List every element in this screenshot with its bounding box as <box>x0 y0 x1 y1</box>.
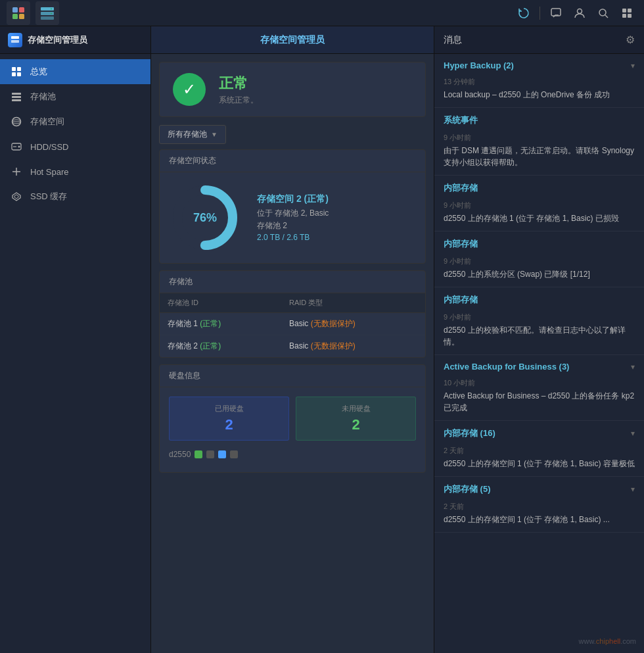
donut-percent-label: 76% <box>193 211 217 225</box>
svg-point-30 <box>18 146 20 148</box>
used-disk-label: 已用硬盘 <box>176 404 282 414</box>
group-arrow-6: ▾ <box>631 429 635 438</box>
storage-space-body: 76% 存储空间 2 (正常) 位于 存储池 2, Basic 存储池 2 2.… <box>160 172 425 263</box>
message-group-header-2[interactable]: 内部存储 <box>434 176 644 198</box>
pool-name-2: 存储池 2 <box>168 341 200 351</box>
sidebar-item-ssd-label: SSD 缓存 <box>30 191 67 203</box>
svg-rect-14 <box>628 9 632 12</box>
message-time-5: 10 小时前 <box>444 378 635 388</box>
svg-marker-34 <box>12 193 20 201</box>
group-arrow-7: ▾ <box>631 485 635 494</box>
table-row[interactable]: 存储池 2 (正常) Basic (无数据保护) <box>160 335 425 358</box>
group-arrow-5: ▾ <box>631 362 635 372</box>
size-used: 2.0 TB <box>257 233 280 242</box>
message-content-4: d2550 上的校验和不匹配。请检查日志中心以了解详情。 <box>444 324 635 348</box>
table-row[interactable]: 存储池 1 (正常) Basic (无数据保护) <box>160 313 425 335</box>
message-item-1: 9 小时前 由于 DSM 遭遇问题，无法正常启动。请联络 Synology 支持… <box>434 130 644 175</box>
hot-spare-icon <box>11 166 22 178</box>
status-section: ✓ 正常 系统正常。 <box>159 62 426 117</box>
storage-space-location: 位于 存储池 2, Basic <box>257 208 329 219</box>
group-arrow-0: ▾ <box>631 61 635 70</box>
svg-rect-24 <box>12 96 21 98</box>
disk-info-body: 已用硬盘 2 未用硬盘 2 d2550 <box>160 387 425 472</box>
group-title-0: Hyper Backup (2) <box>444 60 514 70</box>
message-item-7: 2 天前 d2550 上的存储空间 1 (位于 存储池 1, Basic) ..… <box>434 499 644 532</box>
messages-title: 消息 <box>444 34 462 46</box>
used-disk-count: 2 <box>176 416 282 433</box>
message-group-hyper-backup: Hyper Backup (2) ▾ 13 分钟前 Local backup –… <box>434 54 644 108</box>
sync-icon[interactable] <box>513 3 534 24</box>
storage-manager-taskbar-icon[interactable] <box>35 1 59 25</box>
storage-space-header: 存储空间状态 <box>160 150 425 172</box>
content-area: 存储空间管理员 ✓ 正常 系统正常。 所有存储池 ▼ 存储空间状态 <box>151 26 434 653</box>
message-group-internal-1: 内部存储 9 小时前 d2550 上的存储池 1 (位于 存储池 1, Basi… <box>434 176 644 231</box>
grid-app-icon[interactable] <box>7 1 30 25</box>
pool-table: 存储池 ID RAID 类型 存储池 1 (正常) Basic (无数据保护) <box>160 293 425 357</box>
sidebar-item-storage-space[interactable]: 存储空间 <box>0 109 150 134</box>
pool-id-2: 存储池 2 (正常) <box>160 335 281 358</box>
svg-point-7 <box>51 8 52 9</box>
app-logo-icon <box>8 33 22 47</box>
message-item-6: 2 天前 d2550 上的存储空间 1 (位于 存储池 1, Basic) 容量… <box>434 443 644 476</box>
sidebar-item-hdd-ssd[interactable]: HDD/SSD <box>0 134 150 159</box>
message-content-2: d2550 上的存储池 1 (位于 存储池 1, Basic) 已损毁 <box>444 212 635 224</box>
message-item-0: 13 分钟前 Local backup – d2550 上的 OneDrive … <box>434 74 644 107</box>
svg-rect-20 <box>17 67 21 71</box>
message-item-4: 9 小时前 d2550 上的校验和不匹配。请检查日志中心以了解详情。 <box>434 310 644 354</box>
apps-menu-icon[interactable] <box>616 3 637 24</box>
message-group-header-4[interactable]: 内部存储 <box>434 287 644 310</box>
message-item-2: 9 小时前 d2550 上的存储池 1 (位于 存储池 1, Basic) 已损… <box>434 198 644 231</box>
disk-device-row: d2550 <box>169 446 416 463</box>
svg-point-10 <box>578 9 582 13</box>
sidebar-item-storage-pool[interactable]: 存储池 <box>0 84 150 109</box>
pool-selector-button[interactable]: 所有存储池 ▼ <box>159 125 226 144</box>
taskbar-right-section <box>513 3 637 24</box>
svg-rect-3 <box>19 14 24 19</box>
disk-dot-4 <box>230 450 238 458</box>
status-subtitle: 系统正常。 <box>219 95 258 106</box>
message-group-header-3[interactable]: 内部存储 <box>434 231 644 254</box>
storage-size: 2.0 TB / 2.6 TB <box>257 233 329 242</box>
message-item-3: 9 小时前 d2550 上的系统分区 (Swap) 已降级 [1/12] <box>434 254 644 287</box>
user-icon[interactable] <box>569 3 590 24</box>
message-group-internal-5: 内部存储 (5) ▾ 2 天前 d2550 上的存储空间 1 (位于 存储池 1… <box>434 477 644 533</box>
group-title-4: 内部存储 <box>444 294 478 306</box>
message-content-0: Local backup – d2550 上的 OneDrive 备份 成功 <box>444 89 635 101</box>
message-group-header-7[interactable]: 内部存储 (5) ▾ <box>434 477 644 499</box>
unused-disk-card: 未用硬盘 2 <box>296 397 416 441</box>
sidebar-item-space-label: 存储空间 <box>30 116 64 128</box>
message-group-system: 系统事件 9 小时前 由于 DSM 遭遇问题，无法正常启动。请联络 Synolo… <box>434 108 644 176</box>
message-group-header-1[interactable]: 系统事件 <box>434 108 644 130</box>
svg-rect-17 <box>11 36 19 39</box>
message-time-2: 9 小时前 <box>444 201 635 210</box>
chat-icon[interactable] <box>545 3 566 24</box>
search-icon[interactable] <box>593 3 614 24</box>
storage-info: 存储空间 2 (正常) 位于 存储池 2, Basic 存储池 2 2.0 TB… <box>257 193 329 242</box>
svg-rect-6 <box>41 16 54 20</box>
message-group-header-5[interactable]: Active Backup for Business (3) ▾ <box>434 355 644 375</box>
unused-disk-label: 未用硬盘 <box>303 404 409 414</box>
sidebar-item-hdd-label: HDD/SSD <box>30 142 69 152</box>
svg-rect-2 <box>12 14 18 19</box>
pool-table-card: 存储池 存储池 ID RAID 类型 存储池 1 (正常) Basic (无数据… <box>159 270 426 358</box>
sidebar-item-hot-spare[interactable]: Hot Spare <box>0 159 150 184</box>
message-group-header-6[interactable]: 内部存储 (16) ▾ <box>434 421 644 443</box>
disk-info-card: 硬盘信息 已用硬盘 2 未用硬盘 2 d2550 <box>159 364 426 473</box>
overview-icon <box>11 66 22 78</box>
svg-rect-1 <box>19 7 24 12</box>
svg-rect-18 <box>11 40 19 43</box>
pool-status-1: (正常) <box>200 319 221 328</box>
sidebar-item-ssd-cache[interactable]: SSD 缓存 <box>0 184 150 209</box>
sidebar-item-overview[interactable]: 总览 <box>0 59 150 84</box>
message-time-3: 9 小时前 <box>444 256 635 266</box>
main-layout: 存储空间管理员 总览 <box>0 26 644 653</box>
device-name: d2550 <box>169 450 191 459</box>
message-time-7: 2 天前 <box>444 502 635 512</box>
svg-line-12 <box>605 15 608 18</box>
messages-header: 消息 ⚙ <box>434 26 644 54</box>
sidebar-app-title: 存储空间管理员 <box>28 34 87 46</box>
status-text: 正常 系统正常。 <box>219 74 258 106</box>
storage-space-content: 76% 存储空间 2 (正常) 位于 存储池 2, Basic 存储池 2 2.… <box>169 181 416 254</box>
settings-gear-icon[interactable]: ⚙ <box>626 34 635 46</box>
message-group-header-0[interactable]: Hyper Backup (2) ▾ <box>434 54 644 74</box>
